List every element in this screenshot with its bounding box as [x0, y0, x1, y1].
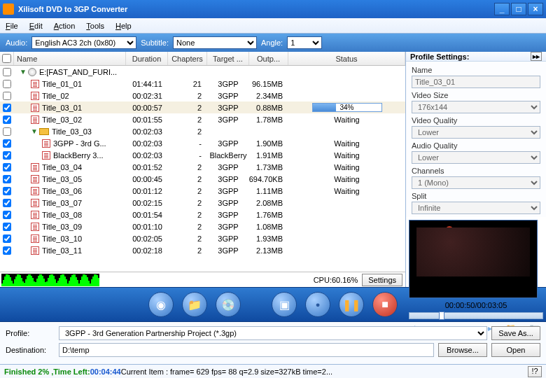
- col-status[interactable]: Status: [288, 52, 405, 65]
- table-header: Name Duration Chapters Target ... Outp..…: [0, 52, 405, 66]
- video-quality-select[interactable]: Lower: [412, 126, 540, 139]
- row-name: Title_03_07: [42, 199, 82, 207]
- table-row[interactable]: Title_03_0900:01:1023GPP1.08MB: [0, 220, 405, 232]
- row-checkbox[interactable]: [3, 151, 11, 160]
- col-output[interactable]: Outp...: [249, 52, 288, 65]
- name-field[interactable]: [412, 76, 540, 88]
- menu-file[interactable]: File: [6, 22, 18, 30]
- row-name: Title_03_09: [42, 223, 82, 231]
- row-checkbox[interactable]: [3, 223, 11, 231]
- table-row[interactable]: Title_0200:02:3123GPP2.34MB: [0, 90, 405, 102]
- encode-button[interactable]: ▣: [272, 292, 297, 317]
- row-checkbox[interactable]: [3, 68, 11, 76]
- col-chapters[interactable]: Chapters: [168, 52, 207, 65]
- row-checkbox[interactable]: [3, 127, 11, 136]
- save-as-button[interactable]: Save As...: [491, 326, 540, 340]
- file-icon: [31, 104, 39, 112]
- row-checkbox[interactable]: [3, 139, 11, 148]
- add-button[interactable]: 📁: [182, 292, 207, 317]
- col-name[interactable]: Name: [14, 52, 126, 65]
- row-checkbox[interactable]: [3, 211, 11, 219]
- audio-quality-select[interactable]: Lower: [412, 151, 540, 164]
- table-row[interactable]: Title_03_1100:02:1823GPP2.13MB: [0, 244, 405, 256]
- expander-icon[interactable]: ▼: [20, 68, 27, 76]
- col-target[interactable]: Target ...: [207, 52, 249, 65]
- table-row[interactable]: ▼E:[FAST_AND_FURI...: [0, 66, 405, 78]
- close-button[interactable]: ×: [528, 3, 543, 15]
- expand-icon[interactable]: ▸▸: [531, 52, 542, 61]
- table-row[interactable]: Title_03_0700:02:1523GPP2.08MB: [0, 197, 405, 209]
- disc-button[interactable]: 💿: [216, 292, 241, 317]
- split-label: Split: [412, 192, 540, 200]
- table-row[interactable]: Title_03_0600:01:1223GPP1.11MBWaiting: [0, 185, 405, 197]
- table-row[interactable]: Title_03_0200:01:5523GPP1.78MBWaiting: [0, 113, 405, 125]
- row-checkbox[interactable]: [3, 187, 11, 195]
- table-row[interactable]: Title_01_0101:44:11213GPP96.15MB: [0, 78, 405, 90]
- video-size-label: Video Size: [412, 91, 540, 99]
- maximize-button[interactable]: □: [511, 3, 526, 15]
- dvd-button[interactable]: ◉: [148, 292, 174, 317]
- row-name: Title_03_05: [42, 175, 82, 183]
- video-size-select[interactable]: 176x144: [412, 101, 540, 113]
- table-row[interactable]: ▼Title_03_0300:02:032: [0, 125, 405, 137]
- profile-select[interactable]: 3GPP - 3rd Generation Partnership Projec…: [59, 326, 487, 340]
- table-row[interactable]: Title_03_1000:02:0523GPP1.93MB: [0, 232, 405, 244]
- slider-thumb[interactable]: [439, 312, 444, 320]
- table-row[interactable]: Title_03_0800:01:5423GPP1.76MB: [0, 209, 405, 220]
- status-info: Current Item : frame= 629 fps= 88 q=2.9 …: [121, 368, 332, 376]
- cpu-bar: CPU:60.16% Settings: [0, 272, 405, 287]
- file-icon: [31, 246, 39, 255]
- video-quality-label: Video Quality: [412, 116, 540, 125]
- pause-button[interactable]: ❚❚: [339, 292, 364, 317]
- menu-tools[interactable]: Tools: [86, 22, 104, 30]
- audio-label: Audio:: [6, 38, 27, 47]
- row-checkbox[interactable]: [3, 92, 11, 100]
- help-button[interactable]: !?: [528, 366, 542, 377]
- menu-help[interactable]: Help: [115, 22, 132, 30]
- table-row[interactable]: BlackBerry 3...00:02:03-BlackBerry1.91MB…: [0, 149, 405, 161]
- row-checkbox[interactable]: [3, 234, 11, 243]
- menu-edit[interactable]: Edit: [29, 22, 43, 30]
- split-select[interactable]: Infinite: [412, 202, 540, 214]
- record-button[interactable]: ●: [305, 292, 330, 317]
- row-name: E:[FAST_AND_FURI...: [39, 68, 117, 76]
- row-name: Title_03_03: [52, 127, 92, 136]
- table-row[interactable]: 3GPP - 3rd G...00:02:03-3GPP1.90MBWaitin…: [0, 137, 405, 149]
- table-row[interactable]: Title_03_0400:01:5223GPP1.73MBWaiting: [0, 161, 405, 173]
- table-row[interactable]: Title_03_0100:00:5723GPP0.88MB34%: [0, 102, 405, 113]
- row-checkbox[interactable]: [3, 163, 11, 172]
- table-body[interactable]: ▼E:[FAST_AND_FURI...Title_01_0101:44:112…: [0, 66, 405, 272]
- menubar: File Edit Action Tools Help: [0, 18, 546, 34]
- side-panel: Profile Settings: ▸▸ Name Video Size 176…: [406, 52, 546, 287]
- menu-action[interactable]: Action: [54, 22, 76, 30]
- destination-label: Destination:: [6, 346, 55, 354]
- minimize-button[interactable]: _: [494, 3, 510, 15]
- preview-screen[interactable]: [409, 220, 538, 298]
- settings-button[interactable]: Settings: [362, 274, 402, 286]
- row-name: Title_03_11: [42, 246, 82, 255]
- channels-select[interactable]: 1 (Mono): [412, 176, 540, 189]
- preview-time: 00:00:50/00:03:05: [409, 301, 543, 309]
- angle-select[interactable]: 1: [287, 36, 322, 49]
- row-checkbox[interactable]: [3, 80, 11, 88]
- preview-slider[interactable]: [409, 312, 543, 319]
- row-checkbox[interactable]: [3, 246, 11, 255]
- browse-button[interactable]: Browse...: [438, 343, 487, 357]
- audio-select[interactable]: English AC3 2ch (0x80): [31, 36, 136, 49]
- file-icon: [42, 139, 50, 148]
- subtitle-select[interactable]: None: [173, 36, 257, 49]
- audio-quality-label: Audio Quality: [412, 141, 540, 150]
- table-row[interactable]: Title_03_0500:00:4523GPP694.70KBWaiting: [0, 173, 405, 185]
- titlebar: Xilisoft DVD to 3GP Converter _ □ ×: [0, 0, 546, 18]
- col-duration[interactable]: Duration: [126, 52, 168, 65]
- row-checkbox[interactable]: [3, 115, 11, 124]
- row-checkbox[interactable]: [3, 175, 11, 183]
- row-checkbox[interactable]: [3, 199, 11, 207]
- row-checkbox[interactable]: [3, 104, 11, 112]
- progress-bar: 34%: [312, 103, 382, 112]
- open-button[interactable]: Open: [491, 343, 540, 357]
- expander-icon[interactable]: ▼: [31, 127, 38, 135]
- col-check[interactable]: [0, 52, 14, 65]
- destination-field[interactable]: [59, 343, 434, 357]
- stop-record-button[interactable]: ■: [372, 292, 398, 317]
